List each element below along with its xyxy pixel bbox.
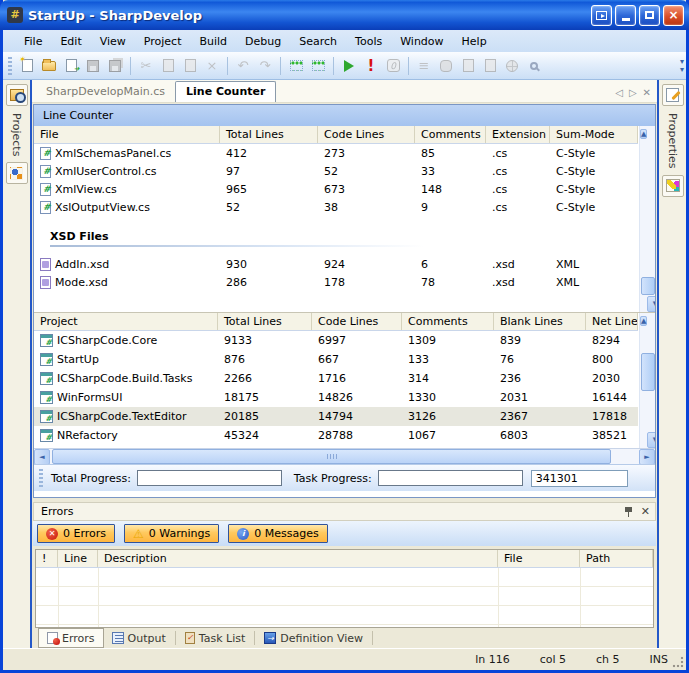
projects-vertical-scrollbar[interactable]: ▲ ▼ [639, 313, 655, 448]
tab-scroll-right-icon[interactable]: ▷ [629, 87, 637, 98]
col-comments[interactable]: Comments [402, 313, 494, 330]
warnings-filter-button[interactable]: ⚠ 0 Warnings [124, 524, 219, 543]
sort-lines-button[interactable]: ≡ [413, 55, 435, 77]
tab-sharpdevelopmain[interactable]: SharpDevelopMain.cs [36, 82, 175, 102]
zero-badge-button[interactable]: 0 [382, 55, 404, 77]
paste-button[interactable] [179, 55, 201, 77]
comment-region-button[interactable] [285, 55, 307, 77]
run-button[interactable] [338, 55, 360, 77]
file-row[interactable]: AddIn.xsd 930 924 6 .xsd XML [34, 255, 638, 273]
col-description[interactable]: Description [98, 550, 498, 567]
copy-button[interactable] [157, 55, 179, 77]
errors-close-icon[interactable]: ✕ [641, 506, 650, 517]
find-button[interactable] [523, 55, 545, 77]
project-row-selected[interactable]: ICSharpCode.TextEditor 20185 14794 3126 … [34, 407, 638, 426]
projects-dock-tab[interactable]: Projects [10, 113, 23, 156]
menu-view[interactable]: View [91, 33, 135, 50]
project-row[interactable]: ICSharpCode.Core 9133 6997 1309 839 8294 [34, 331, 638, 350]
tab-task-list[interactable]: Task List [177, 628, 253, 648]
save-as-button[interactable] [60, 55, 82, 77]
menu-build[interactable]: Build [190, 33, 236, 50]
pin-icon[interactable] [624, 506, 633, 517]
col-project[interactable]: Project [34, 313, 218, 330]
redo-button[interactable]: ↷ [254, 55, 276, 77]
undo-button[interactable]: ↶ [232, 55, 254, 77]
app-icon[interactable]: # [7, 7, 23, 23]
menu-edit[interactable]: Edit [51, 33, 90, 50]
tab-output[interactable]: Output [104, 628, 174, 648]
col-sum-mode[interactable]: Sum-Mode [550, 126, 638, 143]
file-row[interactable]: Mode.xsd 286 178 78 .xsd XML [34, 273, 638, 291]
projects-pad-button[interactable] [6, 84, 28, 106]
abort-button[interactable]: ! [360, 55, 382, 77]
open-file-button[interactable] [38, 55, 60, 77]
tab-errors[interactable]: Errors [38, 628, 104, 648]
file-row[interactable]: XmlView.cs 965 673 148 .cs C-Style [34, 180, 638, 198]
scroll-up-icon[interactable]: ▲ [640, 129, 647, 139]
build-button[interactable] [457, 55, 479, 77]
save-all-button[interactable] [104, 55, 126, 77]
menu-tools[interactable]: Tools [346, 33, 391, 50]
col-net-lines[interactable]: Net Lines [586, 313, 638, 330]
col-blank-lines[interactable]: Blank Lines [494, 313, 586, 330]
horizontal-scroll-track[interactable] [50, 449, 639, 464]
project-row[interactable]: WinFormsUI 18175 14826 1330 2031 16144 [34, 388, 638, 407]
menu-search[interactable]: Search [290, 33, 346, 50]
scroll-left-icon[interactable]: ◄ [34, 449, 50, 465]
rounded-square-button[interactable] [435, 55, 457, 77]
col-line[interactable]: Line [58, 550, 98, 567]
col-path[interactable]: Path [580, 550, 653, 567]
errors-filter-button[interactable]: ✕ 0 Errors [37, 524, 115, 543]
minimize-button[interactable] [615, 5, 636, 26]
files-vertical-scrollbar[interactable]: ▲ ▼ [639, 126, 655, 312]
toolbox-pad-button[interactable] [662, 175, 684, 197]
col-total-lines[interactable]: Total Lines [218, 313, 312, 330]
close-button[interactable]: × [663, 5, 684, 26]
messages-filter-button[interactable]: i 0 Messages [228, 524, 327, 543]
menu-file[interactable]: File [15, 33, 51, 50]
col-severity[interactable]: ! [36, 550, 58, 567]
project-row[interactable]: ICSharpCode.Build.Tasks 2266 1716 314 23… [34, 369, 638, 388]
tab-definition-view[interactable]: → Definition View [256, 628, 371, 648]
horizontal-scrollbar[interactable]: ◄ ► [34, 448, 655, 464]
cut-button[interactable]: ✂ [135, 55, 157, 77]
resize-grip[interactable] [672, 656, 684, 668]
toolbar-overflow-button[interactable]: ▾▾ [680, 58, 684, 74]
file-row[interactable]: XmlSchemasPanel.cs 412 273 85 .cs C-Styl… [34, 144, 638, 162]
file-row[interactable]: XmlUserControl.cs 97 52 33 .cs C-Style [34, 162, 638, 180]
menu-debug[interactable]: Debug [236, 33, 290, 50]
scroll-right-icon[interactable]: ► [639, 449, 655, 465]
new-file-button[interactable] [16, 55, 38, 77]
toolbar-grip[interactable] [8, 57, 12, 75]
scroll-down-icon[interactable]: ▼ [647, 296, 655, 312]
col-file[interactable]: File [498, 550, 580, 567]
col-comments[interactable]: Comments [415, 126, 486, 143]
save-button[interactable] [82, 55, 104, 77]
horizontal-scroll-thumb[interactable] [52, 449, 611, 464]
col-file[interactable]: File [34, 126, 220, 143]
tab-close-icon[interactable]: ✕ [643, 87, 651, 98]
col-code-lines[interactable]: Code Lines [318, 126, 415, 143]
properties-dock-tab[interactable]: Properties [666, 113, 679, 169]
progress-toolbar-grip[interactable] [39, 469, 43, 487]
files-scroll-thumb[interactable] [641, 277, 655, 295]
projects-scroll-thumb[interactable] [641, 353, 655, 391]
tab-scroll-left-icon[interactable]: ◁ [615, 87, 623, 98]
menu-help[interactable]: Help [453, 33, 496, 50]
delete-button[interactable]: × [201, 55, 223, 77]
col-total-lines[interactable]: Total Lines [220, 126, 318, 143]
rebuild-button[interactable] [479, 55, 501, 77]
maximize-button[interactable] [639, 5, 660, 26]
project-row[interactable]: NRefactory 45324 28788 1067 6803 38521 [34, 426, 638, 445]
uncomment-region-button[interactable] [307, 55, 329, 77]
scroll-down-icon[interactable]: ▼ [647, 432, 655, 448]
web-browse-button[interactable] [501, 55, 523, 77]
project-row-clipped[interactable] [34, 445, 638, 448]
scroll-up-icon[interactable]: ▲ [640, 316, 647, 326]
col-extension[interactable]: Extension [486, 126, 550, 143]
undock-button[interactable] [591, 5, 612, 26]
classes-pad-button[interactable] [6, 162, 28, 184]
tab-line-counter[interactable]: Line Counter [175, 81, 276, 102]
menu-project[interactable]: Project [135, 33, 191, 50]
project-row[interactable]: StartUp 876 667 133 76 800 [34, 350, 638, 369]
